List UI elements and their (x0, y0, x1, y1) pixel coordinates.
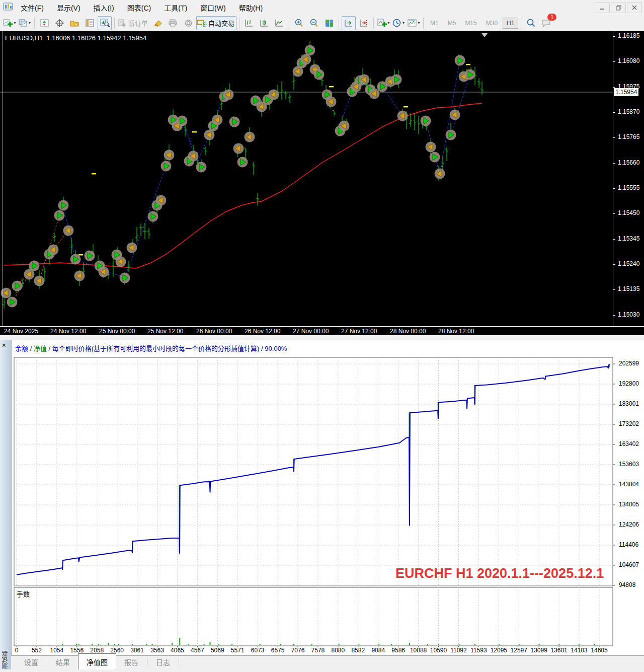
print-button[interactable] (166, 16, 180, 30)
new-order-button[interactable]: 新订单 (117, 16, 150, 30)
market-watch-button[interactable] (37, 16, 51, 30)
tile-windows-button[interactable] (322, 16, 336, 30)
profiles-button[interactable]: ▾ (18, 16, 32, 30)
timeframe-m1[interactable]: M1 (426, 18, 443, 29)
indicators-icon (377, 19, 387, 27)
price-axis-label: 1.15870 (618, 108, 639, 115)
zoom-out-button[interactable] (307, 16, 321, 30)
time-axis-label: 28 Nov 12:00 (438, 328, 474, 335)
new-chart-icon (3, 19, 13, 27)
menu-file[interactable]: 文件(F) (14, 0, 50, 15)
menu-charts[interactable]: 图表(C) (121, 0, 157, 15)
periods-button[interactable]: ▾ (391, 16, 406, 30)
price-axis-label: 1.15450 (618, 209, 639, 216)
price-axis-label: 1.15660 (618, 159, 639, 166)
close-tester-icon[interactable]: × (2, 341, 6, 349)
price-chart-canvas[interactable] (0, 31, 613, 326)
equity-legend-label: 净值 (34, 345, 47, 352)
close-button[interactable] (627, 2, 642, 13)
status-strip (0, 669, 644, 672)
price-axis-tick (613, 239, 615, 240)
auto-scroll-button[interactable] (342, 16, 356, 30)
tab-report[interactable]: 报告 (116, 655, 146, 669)
timeframe-m5[interactable]: M5 (444, 18, 460, 29)
search-button[interactable] (524, 16, 538, 30)
menu-view[interactable]: 显示(V) (50, 0, 87, 15)
menu-window[interactable]: 窗口(W) (194, 0, 232, 15)
chevron-down-icon: ▾ (418, 21, 420, 25)
zoom-out-icon (309, 19, 318, 27)
chevron-down-icon: ▾ (403, 21, 405, 25)
tab-settings[interactable]: 设置 (16, 655, 46, 669)
menu-help[interactable]: 帮助(H) (232, 0, 269, 15)
time-axis-label: 27 Nov 12:00 (341, 328, 377, 335)
price-axis-tick (613, 264, 615, 265)
strategy-tester-panel: 余额 / 净值 / 每个即时价格(基于所有可利用的最小时段的每一个价格的分形插值… (0, 340, 644, 672)
tab-separator (179, 658, 179, 666)
time-axis[interactable]: 24 Nov 202524 Nov 12:0025 Nov 00:0025 No… (0, 326, 644, 336)
line-chart-icon (275, 19, 284, 27)
autotrading-button[interactable]: 自动交易 (196, 16, 236, 30)
minimize-button[interactable] (595, 2, 610, 13)
price-axis-label: 1.16185 (618, 32, 639, 39)
tab-journal[interactable]: 日志 (148, 655, 178, 669)
time-axis-label: 28 Nov 00:00 (390, 328, 426, 335)
data-window-button[interactable] (52, 16, 66, 30)
window-controls (595, 2, 642, 13)
menu-insert[interactable]: 插入(I) (87, 0, 121, 15)
equity-y-axis-label: 134005 (619, 501, 639, 508)
menu-bar: 文件(F) 显示(V) 插入(I) 图表(C) 工具(T) 窗口(W) 帮助(H… (0, 0, 644, 16)
price-axis-label: 1.15345 (618, 235, 639, 242)
navigator-icon (70, 19, 79, 27)
templates-button[interactable]: ▾ (407, 16, 421, 30)
chevron-down-icon: ▾ (14, 21, 16, 25)
model-description: 每个即时价格(基于所有可利用的最小时段的每一个价格的分形插值计算) (52, 345, 260, 352)
snail-mail-button[interactable] (181, 16, 195, 30)
price-axis-label: 1.16080 (618, 57, 639, 64)
chevron-down-icon: ▾ (29, 21, 31, 25)
price-axis-tick (613, 61, 615, 62)
bar-chart-icon (245, 19, 254, 27)
tester-vertical-tab[interactable]: 测试器 (1, 651, 10, 669)
tab-results[interactable]: 结果 (48, 655, 78, 669)
strategy-tester-button[interactable] (98, 16, 112, 30)
restore-button[interactable] (611, 2, 626, 13)
chart-shift-button[interactable] (357, 16, 371, 30)
bar-chart-button[interactable] (242, 16, 256, 30)
notifications-button[interactable]: 1 (539, 16, 553, 30)
terminal-button[interactable] (83, 16, 97, 30)
price-axis-tick (613, 213, 615, 214)
price-axis-label: 1.15240 (618, 260, 639, 267)
equity-y-axis-label: 143804 (619, 481, 639, 488)
price-chart-window[interactable]: EURUSD,H1 1.16006 1.16026 1.15942 1.1595… (0, 31, 644, 335)
mt4-window: 文件(F) 显示(V) 插入(I) 图表(C) 工具(T) 窗口(W) 帮助(H… (0, 0, 644, 672)
toolbar-separator (521, 18, 521, 29)
toolbar-separator (423, 18, 424, 29)
price-axis-tick (613, 163, 615, 164)
notification-badge: 1 (547, 14, 556, 21)
indicators-button[interactable]: ▾ (376, 16, 390, 30)
price-axis-tick (613, 87, 615, 88)
tab-graph[interactable]: 净值图 (78, 653, 116, 669)
price-axis-tick (613, 188, 615, 189)
timeframe-m30[interactable]: M30 (482, 18, 502, 29)
eraser-button[interactable] (151, 16, 165, 30)
equity-y-axis: 2025991928001830011732021634021536031438… (615, 340, 644, 672)
eraser-icon (153, 19, 163, 27)
equity-y-axis-label: 192800 (619, 380, 639, 387)
line-chart-button[interactable] (272, 16, 286, 30)
candlestick-chart-button[interactable] (257, 16, 271, 30)
current-price-box: 1.15954 (614, 88, 638, 96)
modelling-quality: 90.00% (265, 345, 287, 352)
tester-tabs: 设置 结果 净值图 报告 日志 (11, 655, 644, 669)
new-chart-button[interactable]: ▾ (3, 16, 17, 30)
navigator-button[interactable] (67, 16, 82, 30)
timeframe-h1[interactable]: H1 (503, 18, 518, 29)
chart-annotation: EURCHF H1 2020.1.1---2025.12.1 (395, 566, 604, 581)
menu-tools[interactable]: 工具(T) (157, 0, 194, 15)
price-axis[interactable]: 1.161851.160801.159751.158701.157651.156… (613, 31, 644, 326)
zoom-in-button[interactable] (292, 16, 306, 30)
timeframe-m15[interactable]: M15 (461, 18, 480, 29)
price-axis-label: 1.15555 (618, 184, 639, 191)
chart-symbol-line: EURUSD,H1 1.16006 1.16026 1.15942 1.1595… (5, 34, 146, 42)
